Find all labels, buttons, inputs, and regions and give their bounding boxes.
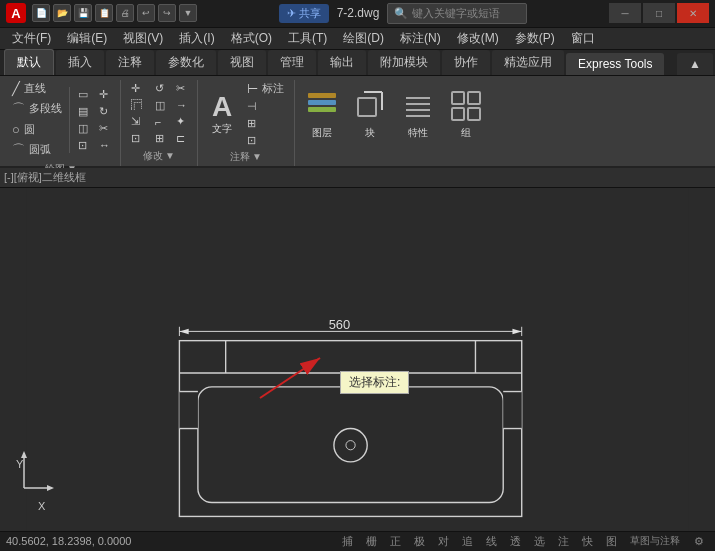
menu-annotate[interactable]: 标注(N) [392, 28, 449, 49]
more-icon[interactable]: ▼ [179, 4, 197, 22]
trim-button[interactable]: ✂ [95, 121, 114, 136]
line-button[interactable]: ╱ 直线 [8, 80, 66, 97]
quickprop-toggle[interactable]: 快 [577, 532, 597, 550]
polyline-button[interactable]: ⌒ 多段线 [8, 99, 66, 119]
tab-express-tools[interactable]: Express Tools [566, 53, 664, 75]
properties-button[interactable]: 特性 [397, 86, 439, 144]
search-box[interactable]: 🔍 键入关键字或短语 [387, 3, 527, 24]
status-bar: 40.5602, 18.2398, 0.0000 捕 栅 正 极 对 追 线 透… [0, 531, 715, 551]
menu-edit[interactable]: 编辑(E) [59, 28, 115, 49]
print-icon[interactable]: 🖨 [116, 4, 134, 22]
tab-featured[interactable]: 精选应用 [492, 50, 564, 75]
maximize-button[interactable]: □ [643, 3, 675, 23]
x-axis-label: X [38, 499, 45, 513]
tab-view[interactable]: 视图 [218, 50, 266, 75]
hatch-button[interactable]: ▤ [74, 104, 92, 119]
fillet-button[interactable]: ⌐ [151, 115, 169, 129]
tab-output[interactable]: 输出 [318, 50, 366, 75]
offset-button[interactable]: ⊏ [172, 131, 191, 146]
text-label: 文字 [212, 123, 232, 135]
selection-toggle[interactable]: 选 [529, 532, 549, 550]
arc-button[interactable]: ⌒ 圆弧 [8, 140, 66, 160]
minimize-button[interactable]: ─ [609, 3, 641, 23]
extend-icon: ↔ [99, 139, 110, 151]
layer-button[interactable]: 图层 [301, 86, 343, 144]
move-button[interactable]: ✛ [95, 87, 114, 102]
rotate-button[interactable]: ↻ [95, 104, 114, 119]
tab-collab[interactable]: 协作 [442, 50, 490, 75]
stretch-button[interactable]: ⇲ [127, 114, 148, 129]
scale-button[interactable]: ⊡ [127, 131, 148, 146]
transparency-toggle[interactable]: 透 [505, 532, 525, 550]
menu-modify[interactable]: 修改(M) [449, 28, 507, 49]
layout-toggle[interactable]: 图 [601, 532, 621, 550]
view-toolbar: [-][俯视]二维线框 [0, 168, 715, 188]
menu-tools[interactable]: 工具(T) [280, 28, 335, 49]
menu-bar: 文件(F) 编辑(E) 视图(V) 插入(I) 格式(O) 工具(T) 绘图(D… [0, 28, 715, 50]
gradient-button[interactable]: ◫ [74, 121, 92, 136]
tab-annotate[interactable]: 注释 [106, 50, 154, 75]
workspace-btn[interactable]: 草图与注释 [625, 532, 685, 550]
copy-button[interactable]: ⿸ [127, 98, 148, 112]
grid-toggle[interactable]: 栅 [361, 532, 381, 550]
array-button[interactable]: ⊞ [151, 131, 169, 146]
move-mod-button[interactable]: ✛ [127, 81, 148, 96]
annotation-toggle[interactable]: 注 [553, 532, 573, 550]
menu-format[interactable]: 格式(O) [223, 28, 280, 49]
settings-icon[interactable]: ⚙ [689, 532, 709, 550]
trim-mod-button[interactable]: ✂ [172, 81, 191, 96]
mark-icon: ⊡ [247, 134, 256, 147]
redo-icon[interactable]: ↪ [158, 4, 176, 22]
polar-toggle[interactable]: 极 [409, 532, 429, 550]
explode-button[interactable]: ✦ [172, 114, 191, 129]
open-icon[interactable]: 📂 [53, 4, 71, 22]
boundary-button[interactable]: ⊡ [74, 138, 92, 153]
table-button[interactable]: ⊞ [243, 116, 288, 131]
rectangle-button[interactable]: ▭ [74, 87, 92, 102]
menu-insert[interactable]: 插入(I) [171, 28, 222, 49]
share-button[interactable]: ✈ 共享 [279, 4, 329, 23]
svg-rect-1 [308, 107, 336, 112]
y-axis-indicator: Y [14, 448, 54, 501]
tab-collapse[interactable]: ▲ [677, 53, 713, 75]
tab-insert[interactable]: 插入 [56, 50, 104, 75]
annotation-group-content: A 文字 ⊢ 标注 ⊣ ⊞ ⊡ [204, 80, 288, 148]
mirror-button[interactable]: ◫ [151, 98, 169, 113]
close-button[interactable]: ✕ [677, 3, 709, 23]
undo-icon[interactable]: ↩ [137, 4, 155, 22]
ortho-toggle[interactable]: 正 [385, 532, 405, 550]
lineweight-toggle[interactable]: 线 [481, 532, 501, 550]
menu-view[interactable]: 视图(V) [115, 28, 171, 49]
linedim-button[interactable]: ⊣ [243, 99, 288, 114]
menu-draw[interactable]: 绘图(D) [335, 28, 392, 49]
annotation-dropdown-icon[interactable]: ▼ [252, 151, 262, 162]
modify-dropdown-icon[interactable]: ▼ [165, 150, 175, 161]
menu-params[interactable]: 参数(P) [507, 28, 563, 49]
menu-file[interactable]: 文件(F) [4, 28, 59, 49]
otrack-toggle[interactable]: 追 [457, 532, 477, 550]
circle-button[interactable]: ○ 圆 [8, 121, 66, 138]
mark-button[interactable]: ⊡ [243, 133, 288, 148]
tab-addons[interactable]: 附加模块 [368, 50, 440, 75]
block-button[interactable]: 块 [349, 86, 391, 144]
group-button[interactable]: 组 [445, 86, 487, 144]
save-icon[interactable]: 💾 [74, 4, 92, 22]
tab-default[interactable]: 默认 [4, 49, 54, 75]
window-controls: ─ □ ✕ [609, 3, 709, 23]
extend-button[interactable]: ↔ [95, 138, 114, 152]
tab-parametric[interactable]: 参数化 [156, 50, 216, 75]
osnap-toggle[interactable]: 对 [433, 532, 453, 550]
layer-label: 图层 [312, 127, 332, 139]
rotate-mod-button[interactable]: ↺ [151, 81, 169, 96]
dimension-button[interactable]: ⊢ 标注 [243, 80, 288, 97]
extend-mod-button[interactable]: → [172, 98, 191, 112]
text-button[interactable]: A 文字 [204, 87, 240, 141]
new-icon[interactable]: 📄 [32, 4, 50, 22]
menu-window[interactable]: 窗口 [563, 28, 603, 49]
snap-toggle[interactable]: 捕 [337, 532, 357, 550]
save-as-icon[interactable]: 📋 [95, 4, 113, 22]
canvas-area[interactable]: 560 [0, 188, 715, 530]
app-logo: A [6, 3, 26, 23]
tab-manage[interactable]: 管理 [268, 50, 316, 75]
text-icon: A [212, 93, 232, 121]
